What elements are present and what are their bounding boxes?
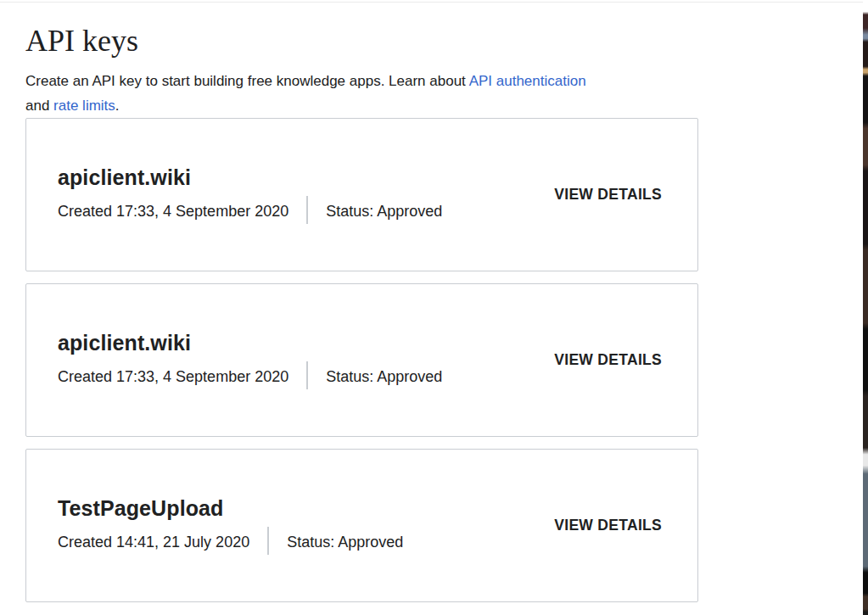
- intro-line2-period: .: [115, 98, 120, 114]
- api-key-name: apiclient.wiki: [58, 330, 442, 355]
- intro-line1-text: Create an API key to start building free…: [25, 73, 469, 89]
- api-key-meta: Created 17:33, 4 September 2020 Status: …: [58, 198, 442, 226]
- created-date: Created 14:41, 21 July 2020: [58, 532, 249, 552]
- page-title: API keys: [25, 22, 698, 60]
- api-key-list: apiclient.wiki Created 17:33, 4 Septembe…: [25, 118, 698, 602]
- api-key-name: TestPageUpload: [58, 495, 403, 521]
- intro-line-1: Create an API key to start building free…: [25, 69, 698, 93]
- view-details-button[interactable]: VIEW DETAILS: [554, 517, 662, 534]
- meta-divider: [267, 527, 269, 555]
- status-text: Status: Approved: [326, 201, 442, 221]
- intro-line2-text: and: [25, 98, 53, 114]
- created-date: Created 17:33, 4 September 2020: [58, 366, 288, 387]
- api-key-name: apiclient.wiki: [58, 165, 442, 190]
- intro-text: Create an API key to start building free…: [25, 69, 698, 118]
- api-key-info: apiclient.wiki Created 17:33, 4 Septembe…: [58, 330, 442, 391]
- api-keys-page: API keys Create an API key to start buil…: [25, 0, 698, 614]
- api-key-card: apiclient.wiki Created 17:33, 4 Septembe…: [25, 118, 698, 271]
- api-key-info: apiclient.wiki Created 17:33, 4 Septembe…: [58, 165, 442, 226]
- meta-divider: [306, 196, 308, 224]
- created-date: Created 17:33, 4 September 2020: [58, 201, 288, 221]
- intro-line-2: and rate limits.: [25, 93, 698, 118]
- status-text: Status: Approved: [287, 532, 403, 552]
- api-key-card: TestPageUpload Created 14:41, 21 July 20…: [25, 449, 698, 602]
- meta-divider: [306, 361, 308, 389]
- api-key-meta: Created 17:33, 4 September 2020 Status: …: [58, 363, 442, 391]
- api-authentication-link[interactable]: API authentication: [469, 73, 586, 89]
- api-key-meta: Created 14:41, 21 July 2020 Status: Appr…: [58, 528, 403, 556]
- status-text: Status: Approved: [326, 366, 442, 387]
- view-details-button[interactable]: VIEW DETAILS: [554, 351, 662, 369]
- api-key-info: TestPageUpload Created 14:41, 21 July 20…: [58, 495, 403, 556]
- rate-limits-link[interactable]: rate limits: [53, 98, 115, 114]
- background-window-edge: [863, 7, 868, 615]
- page: API keys Create an API key to start buil…: [0, 0, 868, 615]
- view-details-button[interactable]: VIEW DETAILS: [554, 186, 662, 204]
- api-key-card: apiclient.wiki Created 17:33, 4 Septembe…: [25, 283, 698, 437]
